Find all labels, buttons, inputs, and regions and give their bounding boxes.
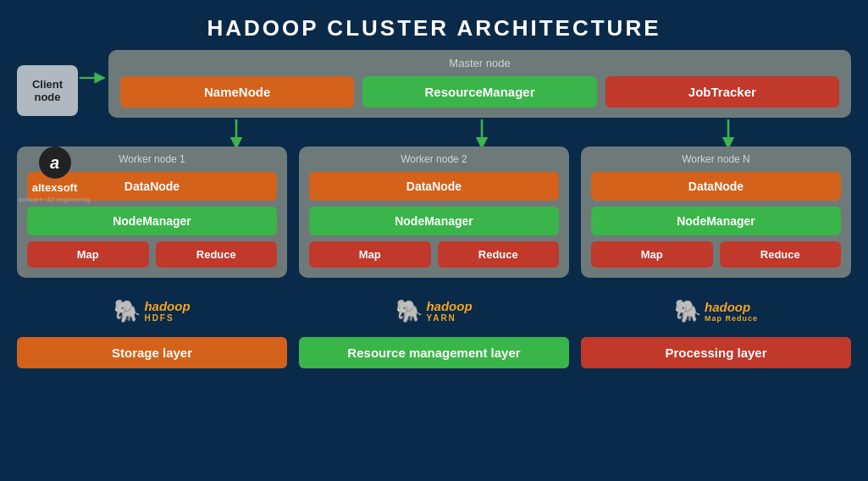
altexsoft-name: altexsoft: [32, 181, 77, 194]
client-node: Client node: [17, 65, 78, 116]
client-to-master-arrow: [78, 65, 108, 91]
page-container: HADOOP CLUSTER ARCHITECTURE Client node: [0, 0, 868, 368]
workers-row: a altexsoft software r&d engineering Wor…: [0, 147, 868, 278]
arrow-worker2: [359, 118, 605, 147]
master-worker-arrows: [0, 118, 868, 147]
resourcemanager-box: ResourceManager: [362, 76, 596, 108]
altexsoft-subtitle: software r&d engineering: [19, 196, 91, 202]
worker1-map: Map: [27, 241, 149, 268]
worker2-mapreduce: Map Reduce: [309, 241, 559, 268]
hdfs-hadoop-text: hadoop: [144, 299, 190, 313]
namenode-box: NameNode: [120, 76, 354, 108]
worker2-label: Worker node 2: [309, 153, 559, 165]
main-diagram: Client node Master node NameNode: [0, 50, 868, 368]
mapreduce-hadoop-text: hadoop: [705, 300, 750, 314]
worker1-mapreduce: Map Reduce: [27, 241, 277, 268]
storage-layer-label: Storage layer: [17, 337, 287, 368]
bottom-layers: 🐘 hadoop HDFS Storage layer 🐘 hadoo: [0, 278, 868, 368]
client-node-label: Client node: [32, 78, 63, 103]
hdfs-logo: 🐘 hadoop HDFS: [113, 290, 190, 332]
altexsoft-letter: a: [50, 153, 59, 173]
worker2-map: Map: [309, 241, 431, 268]
altexsoft-logo: a altexsoft software r&d engineering: [19, 147, 91, 202]
mapreduce-sub-text: Map Reduce: [705, 314, 758, 323]
yarn-elephant-icon: 🐘: [395, 298, 423, 324]
mapreduce-elephant-icon: 🐘: [674, 298, 701, 324]
workern-nodemanager: NodeManager: [591, 207, 841, 235]
top-row: Client node Master node NameNode: [0, 50, 868, 118]
page-title: HADOOP CLUSTER ARCHITECTURE: [0, 0, 868, 50]
mapreduce-logo: 🐘 hadoop Map Reduce: [674, 290, 758, 332]
master-nodes-row: NameNode ResourceManager JobTracker: [120, 76, 839, 108]
workern-reduce: Reduce: [720, 241, 842, 268]
worker2-nodemanager: NodeManager: [309, 207, 559, 235]
worker2-datanode: DataNode: [309, 172, 559, 201]
arrow-worker3: [605, 118, 851, 147]
arrow-worker1: [113, 118, 359, 147]
worker-node-2: Worker node 2 DataNode NodeManager Map R…: [299, 147, 569, 278]
yarn-logo: 🐘 hadoop YARN: [395, 290, 472, 332]
processing-layer-col: 🐘 hadoop Map Reduce Processing layer: [581, 290, 851, 368]
master-node-label: Master node: [120, 57, 839, 69]
worker1-nodemanager: NodeManager: [27, 207, 277, 235]
resource-layer-col: 🐘 hadoop YARN Resource management layer: [299, 290, 569, 368]
workern-label: Worker node N: [591, 153, 841, 165]
hdfs-elephant-icon: 🐘: [113, 298, 141, 324]
yarn-sub-text: YARN: [426, 313, 456, 323]
hdfs-sub-text: HDFS: [144, 313, 174, 323]
jobtracker-box: JobTracker: [605, 76, 839, 108]
processing-layer-label: Processing layer: [581, 337, 851, 368]
workern-map: Map: [591, 241, 713, 268]
worker2-reduce: Reduce: [438, 241, 560, 268]
resource-layer-label: Resource management layer: [299, 337, 569, 368]
altexsoft-logo-circle: a: [39, 147, 71, 179]
workern-datanode: DataNode: [591, 172, 841, 201]
worker1-reduce: Reduce: [156, 241, 278, 268]
yarn-hadoop-text: hadoop: [426, 299, 472, 313]
master-node-container: Master node NameNode ResourceManager Job…: [108, 50, 851, 118]
worker-node-n: Worker node N DataNode NodeManager Map R…: [581, 147, 851, 278]
storage-layer-col: 🐘 hadoop HDFS Storage layer: [17, 290, 287, 368]
workern-mapreduce: Map Reduce: [591, 241, 841, 268]
